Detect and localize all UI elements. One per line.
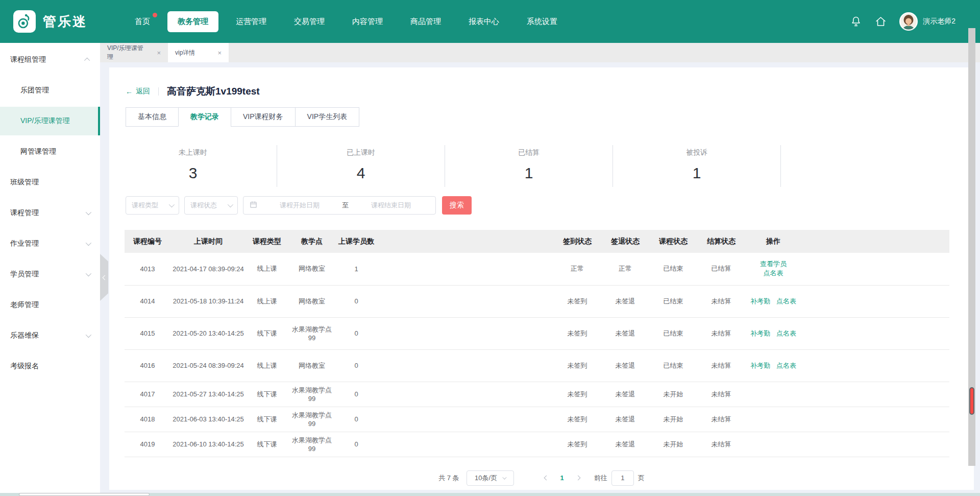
cell: 0 (336, 432, 377, 457)
vertical-scrollbar-track[interactable] (968, 28, 975, 466)
nav-item-1[interactable]: 教务管理 (167, 11, 218, 32)
tab-0[interactable]: 基本信息 (126, 107, 179, 127)
stat-value: 1 (613, 164, 780, 182)
next-page-button[interactable] (573, 476, 583, 480)
date-range-picker[interactable]: 课程开始日期 至 课程结束日期 (243, 196, 436, 215)
main-layout: 课程组管理乐团管理VIP/乐理课管理网管课管理班级管理课程管理作业管理学员管理老… (0, 43, 980, 496)
prev-page-button[interactable] (542, 476, 551, 480)
roll-call-link[interactable]: 点名表 (764, 269, 783, 277)
home-icon[interactable] (874, 15, 887, 28)
horizontal-scrollbar-track[interactable] (0, 493, 980, 496)
sidebar-item-label: 乐器维保 (10, 331, 39, 340)
cell: 4016 (125, 349, 170, 382)
table-row: 40162021-05-24 08:39-09:24线上课网络教室0未签到未签退… (125, 349, 949, 382)
close-icon[interactable]: × (157, 50, 161, 56)
sidebar-item-8[interactable]: 老师管理 (0, 295, 100, 315)
nav-item-2[interactable]: 运营管理 (226, 11, 277, 32)
cell-spacer (377, 407, 553, 432)
cell: 线下课 (246, 317, 288, 349)
page-tab-1[interactable]: vip详情× (168, 43, 229, 62)
sidebar-item-1[interactable]: 乐团管理 (0, 80, 100, 101)
nav-item-5[interactable]: 商品管理 (400, 11, 451, 32)
makeup-attendance-link[interactable]: 补考勤 (750, 297, 770, 305)
goto-page-input[interactable] (611, 470, 634, 486)
cell: 未开始 (649, 382, 697, 407)
cell: 线下课 (246, 432, 288, 457)
sidebar-item-3[interactable]: 网管课管理 (0, 141, 100, 162)
sidebar-item-5[interactable]: 课程管理 (0, 203, 100, 223)
tab-2[interactable]: VIP课程财务 (231, 107, 296, 127)
cell: 未签退 (601, 407, 649, 432)
user-menu[interactable]: 演示老师2 (899, 12, 955, 31)
cell: 未开始 (649, 407, 697, 432)
collapse-left-icon (103, 275, 108, 280)
actions-cell (745, 382, 801, 407)
page-size-select[interactable]: 10条/页 (467, 470, 514, 486)
sidebar-item-6[interactable]: 作业管理 (0, 233, 100, 254)
nav-item-0[interactable]: 首页 (125, 11, 160, 32)
tab-3[interactable]: VIP学生列表 (295, 107, 360, 127)
roll-call-link[interactable]: 点名表 (776, 297, 796, 305)
cell: 未结算 (697, 382, 745, 407)
cell: 已结束 (649, 349, 697, 382)
sidebar-collapse-handle[interactable] (100, 254, 108, 301)
sidebar-item-2[interactable]: VIP/乐理课管理 (0, 107, 100, 135)
page-tab-0[interactable]: VIP/乐理课管理× (100, 43, 168, 62)
chevron-down-icon (169, 202, 175, 207)
user-avatar (899, 12, 918, 31)
cell: 4018 (125, 407, 170, 432)
chevron-down-icon (228, 202, 233, 207)
sidebar-item-label: 考级报名 (10, 362, 39, 371)
close-icon[interactable]: × (217, 50, 222, 56)
nav-item-3[interactable]: 交易管理 (284, 11, 335, 32)
course-status-select[interactable]: 课程状态 (184, 196, 238, 215)
chevron-right-icon (575, 476, 580, 481)
sidebar-item-9[interactable]: 乐器维保 (0, 325, 100, 346)
table-row: 40172021-05-27 13:40-14:25线下课水果湖教学点990未签… (125, 382, 949, 407)
cell: 网络教室 (288, 349, 336, 382)
vertical-scrollbar-thumb[interactable] (969, 387, 974, 415)
opened-pages-tabbar: VIP/乐理课管理×vip详情× (100, 43, 980, 62)
actions-cell: 补考勤点名表 (745, 349, 801, 382)
sidebar-item-10[interactable]: 考级报名 (0, 356, 100, 376)
cell: 未签到 (553, 285, 601, 317)
sidebar-item-7[interactable]: 学员管理 (0, 264, 100, 285)
cell: 未开始 (649, 432, 697, 457)
cell: 已结算 (697, 253, 745, 285)
current-page[interactable]: 1 (558, 474, 566, 482)
nav-item-6[interactable]: 报表中心 (458, 11, 509, 32)
nav-item-4[interactable]: 内容管理 (342, 11, 393, 32)
cell: 未签退 (601, 432, 649, 457)
cell: 水果湖教学点99 (288, 382, 336, 407)
header-divider (158, 87, 159, 96)
view-students-link[interactable]: 查看学员 (760, 260, 787, 268)
roll-call-link[interactable]: 点名表 (776, 329, 796, 337)
stat-value: 3 (109, 164, 277, 182)
course-type-select[interactable]: 课程类型 (126, 196, 179, 215)
cell: 1 (336, 253, 377, 285)
cell-spacer (377, 285, 553, 317)
nav-menu: 首页教务管理运营管理交易管理内容管理商品管理报表中心系统设置 (125, 11, 568, 32)
tab-1[interactable]: 教学记录 (178, 107, 231, 127)
cell: 2021-04-17 08:39-09:24 (170, 253, 246, 285)
sidebar-item-0[interactable]: 课程组管理 (0, 50, 100, 70)
makeup-attendance-link[interactable]: 补考勤 (750, 362, 770, 369)
cell-spacer (377, 317, 553, 349)
nav-item-7[interactable]: 系统设置 (517, 11, 568, 32)
cell: 线上课 (246, 285, 288, 317)
horizontal-scrollbar-thumb[interactable] (19, 493, 150, 496)
cell: 水果湖教学点99 (288, 407, 336, 432)
roll-call-link[interactable]: 点名表 (776, 362, 796, 369)
cell-spacer (377, 253, 553, 285)
column-header: 教学点 (288, 230, 336, 253)
nav-item-label: 运营管理 (236, 17, 266, 26)
sidebar-item-4[interactable]: 班级管理 (0, 172, 100, 193)
makeup-attendance-link[interactable]: 补考勤 (750, 329, 770, 337)
stat-1: 已上课时4 (277, 145, 445, 187)
back-button[interactable]: ← 返回 (126, 87, 150, 96)
detail-card: ← 返回 高音萨克斯1v199test 基本信息教学记录VIP课程财务VIP学生… (109, 67, 974, 490)
chevron-down-icon (86, 240, 91, 246)
notification-bell-icon[interactable] (850, 15, 862, 28)
search-button[interactable]: 搜索 (442, 196, 472, 215)
goto-page: 前往 页 (594, 470, 645, 486)
